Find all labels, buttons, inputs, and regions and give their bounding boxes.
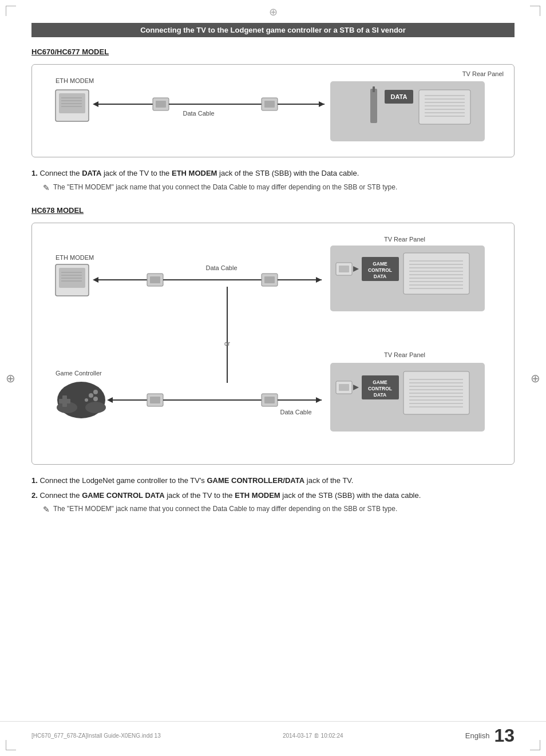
- instruction-hc678-2: 2. Connect the GAME CONTROL DATA jack of…: [31, 490, 515, 501]
- footer-english: English: [465, 731, 490, 740]
- small-btn: [85, 398, 88, 402]
- tv-rear-label2: TV Rear Panel: [384, 351, 425, 358]
- instruction-hc670-1: 1. Connect the DATA jack of the TV to th…: [31, 168, 515, 179]
- gcd-text2-bot: CONTROL: [368, 386, 392, 391]
- diagram-hc678: TV Rear Panel ETH MODEM Data Cable: [31, 223, 515, 465]
- arrow-right-top: [316, 277, 322, 283]
- footer-center: 2014-03-17 🗓 10:02:24: [283, 733, 343, 739]
- note-hc670: ✎ The "ETH MODEM" jack name that you con…: [43, 183, 515, 194]
- crosshair-left: ⊕: [6, 371, 15, 385]
- instructions-hc670: 1. Connect the DATA jack of the TV to th…: [31, 168, 515, 193]
- vertical-port: [370, 89, 377, 123]
- svg-rect-24: [264, 397, 275, 403]
- diagram-hc670: TV Rear Panel ETH MODEM Data Cable: [31, 64, 515, 157]
- svg-rect-9: [339, 266, 349, 272]
- gamepad-handle-right: [85, 402, 106, 413]
- data-cable-label-bot: Data Cable: [280, 409, 311, 415]
- note-hc678: ✎ The "ETH MODEM" jack name that you con…: [43, 504, 515, 516]
- note-icon-hc670: ✎: [43, 183, 50, 194]
- btn3: [93, 397, 98, 401]
- footer-page-number: 13: [494, 726, 515, 745]
- eth-modem-text: ETH MODEM: [56, 77, 94, 84]
- arrow-left-hc670: [93, 101, 98, 107]
- vertical-port-top: [373, 86, 375, 92]
- connector1-inner: [156, 101, 166, 108]
- tv-rear-label-hc670: TV Rear Panel: [462, 70, 504, 77]
- game-controller-label: Game Controller: [56, 370, 102, 377]
- footer-right: English 13: [465, 726, 515, 745]
- tv-rear-label1: TV Rear Panel: [384, 236, 425, 243]
- gcd-text3-top: DATA: [374, 274, 386, 279]
- model-title-hc670: HC670/HC677 MODEL: [31, 48, 515, 56]
- svg-rect-7: [264, 276, 275, 283]
- gcd-text1-bot: GAME: [373, 379, 387, 385]
- footer-left: [HC670_677_678-ZA]Install Guide-X0ENG.in…: [31, 733, 161, 739]
- model-title-hc678: HC678 MODEL: [31, 206, 515, 215]
- data-port-box: [419, 90, 470, 124]
- gcd-text3-bot: DATA: [374, 392, 386, 398]
- hc678-diagram-svg: TV Rear Panel ETH MODEM Data Cable: [41, 231, 505, 454]
- crosshair-top: ⊕: [269, 6, 278, 18]
- note-icon-hc678: ✎: [43, 504, 50, 516]
- data-cable-label-top: Data Cable: [205, 264, 237, 271]
- dpad-h: [59, 399, 70, 403]
- data-cable-label: Data Cable: [183, 110, 214, 117]
- or-text: or: [224, 340, 230, 347]
- page: ⊕ ⊕ ⊕ Connecting the TV to the Lodgenet …: [0, 0, 546, 756]
- svg-rect-5: [150, 276, 160, 283]
- corner-mark-tr: [530, 6, 540, 16]
- connector2-inner: [264, 101, 275, 108]
- crosshair-right: ⊕: [531, 371, 540, 385]
- svg-rect-21: [150, 397, 160, 403]
- corner-mark-tl: [6, 6, 16, 16]
- arrow-right-hc670: [319, 101, 325, 107]
- btn2: [93, 390, 98, 394]
- btn1: [89, 393, 93, 398]
- eth-modem-label2: ETH MODEM: [56, 254, 94, 261]
- gcd-text2-top: CONTROL: [368, 267, 392, 273]
- svg-rect-26: [339, 384, 349, 391]
- section-header: Connecting the TV to the Lodgenet game c…: [31, 23, 515, 37]
- footer: [HC670_677_678-ZA]Install Guide-X0ENG.in…: [0, 721, 546, 745]
- arrow-left-top: [93, 277, 98, 283]
- port-box-top: [403, 253, 469, 294]
- hc670-diagram-svg: ETH MODEM Data Cable: [41, 73, 505, 147]
- data-label-text: DATA: [391, 93, 407, 100]
- arrow-right-bottom: [316, 397, 322, 403]
- instruction-hc678-1: 1. Connect the LodgeNet game controller …: [31, 475, 515, 486]
- instructions-hc678: 1. Connect the LodgeNet game controller …: [31, 475, 515, 516]
- arrow-left-bottom: [107, 397, 113, 403]
- gcd-text1-top: GAME: [373, 261, 387, 267]
